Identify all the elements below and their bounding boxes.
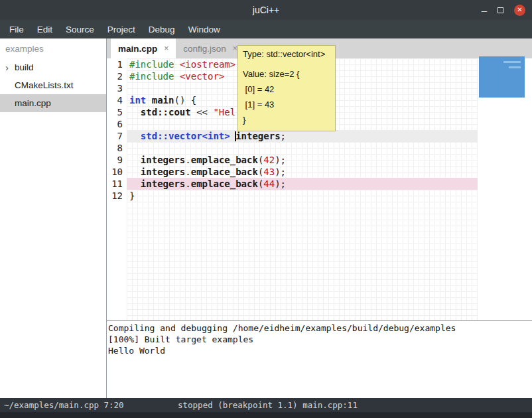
code-token: . (185, 178, 190, 189)
code-token: integers (141, 167, 185, 177)
line-number[interactable]: 8 (107, 142, 123, 154)
status-debug-state: stopped (breakpoint 1.1) main.cpp:11 (178, 400, 358, 410)
line-number[interactable]: 10 (107, 166, 123, 178)
scroll-overview (478, 58, 532, 320)
tooltip-type-line: Type: std::vector<int> (243, 48, 330, 60)
code-token (129, 131, 141, 141)
file-tree-sidebar: examples › build CMakeLists.txt main.cpp (0, 38, 107, 398)
terminal-line: [100%] Built target examples (108, 334, 531, 345)
window-title: juCi++ (253, 5, 279, 15)
code-line-9[interactable]: integers.emplace_back(42); (127, 154, 478, 166)
code-token: emplace_back (191, 178, 258, 189)
code-token: <iostream> (180, 59, 235, 70)
code-line-12[interactable]: } (127, 190, 478, 202)
menu-project[interactable]: Project (101, 25, 142, 35)
line-number[interactable]: 9 (107, 154, 123, 166)
code-token: ); (275, 155, 286, 165)
project-folder-header: examples (0, 38, 106, 58)
code-token (129, 107, 141, 117)
code-token: () { (174, 95, 196, 105)
code-token: integers (235, 131, 280, 141)
tree-item-label: CMakeLists.txt (15, 80, 74, 90)
tree-item-label: main.cpp (15, 98, 51, 108)
code-token: ); (275, 178, 286, 189)
code-token: main (152, 95, 174, 105)
menu-source[interactable]: Source (59, 25, 101, 35)
code-line-10[interactable]: integers.emplace_back(43); (127, 166, 478, 178)
window-bottom-edge (0, 412, 532, 418)
line-number[interactable]: 12 (107, 190, 123, 202)
code-token: <vector> (180, 71, 224, 82)
code-token (129, 167, 141, 177)
line-number[interactable]: 1 (107, 58, 123, 70)
line-number[interactable]: 7 (107, 130, 123, 142)
terminal-output[interactable]: Compiling and debugging /home/eidheim/ex… (107, 320, 532, 398)
code-token: << (191, 107, 214, 117)
code-token: emplace_back (191, 167, 258, 177)
code-token (129, 178, 141, 189)
code-token: integers (141, 178, 185, 189)
code-token (174, 59, 179, 70)
tooltip-value-line: Value: size=2 { (243, 66, 330, 82)
code-token: int (129, 95, 146, 105)
code-line-7[interactable]: std::vector<int> integers; (127, 130, 478, 142)
line-number[interactable]: 11 (107, 178, 123, 190)
menu-file[interactable]: File (3, 25, 31, 35)
code-token: 44 (263, 178, 275, 189)
code-token (146, 95, 151, 105)
tab-main-cpp[interactable]: main.cpp × (111, 38, 176, 58)
code-token: #include (129, 59, 174, 70)
code-token: std::vector<int> (141, 131, 230, 141)
line-number[interactable]: 5 (107, 106, 123, 118)
tree-item-label: build (15, 62, 34, 72)
line-number[interactable]: 2 (107, 70, 123, 82)
tab-close-icon[interactable]: × (233, 44, 237, 53)
line-number-gutter[interactable]: 123456789101112 (107, 58, 127, 320)
code-token (174, 71, 179, 82)
tab-label: config.json (183, 44, 226, 54)
tree-item-main-cpp[interactable]: main.cpp (0, 94, 106, 112)
line-number[interactable]: 4 (107, 94, 123, 106)
code-token: 43 (263, 167, 275, 177)
code-token (129, 155, 141, 165)
close-icon: ✕ (517, 7, 522, 13)
code-token: std::cout (141, 107, 191, 117)
tooltip-value: Value: size=2 { [0] = 42 [1] = 43} (243, 66, 330, 127)
statusbar: ~/examples/main.cpp 7:20 stopped (breakp… (0, 398, 532, 412)
line-number[interactable]: 6 (107, 118, 123, 130)
line-number[interactable]: 3 (107, 82, 123, 94)
overview-highlight-line (503, 61, 521, 63)
code-token: integers (141, 155, 185, 165)
terminal-line: Hello World (108, 345, 531, 356)
minimize-button[interactable]: – (482, 5, 487, 15)
menu-debug[interactable]: Debug (142, 25, 182, 35)
debug-value-tooltip: Type: std::vector<int> Value: size=2 { [… (237, 45, 336, 131)
menu-window[interactable]: Window (182, 25, 227, 35)
menu-edit[interactable]: Edit (31, 25, 59, 35)
tab-close-icon[interactable]: × (164, 44, 168, 53)
chevron-right-icon[interactable]: › (5, 62, 15, 72)
tab-config-json[interactable]: config.json × (176, 38, 245, 58)
code-line-11[interactable]: integers.emplace_back(44); (127, 178, 478, 190)
scrollbar-thumb[interactable] (479, 56, 525, 98)
overview-highlight-line (509, 66, 521, 68)
tree-item-cmakelists[interactable]: CMakeLists.txt (0, 76, 106, 94)
tooltip-value-line: [0] = 42 (243, 82, 330, 97)
code-token: . (185, 167, 190, 177)
code-token: ; (281, 131, 286, 141)
tooltip-value-line: } (243, 112, 330, 127)
tab-label: main.cpp (118, 44, 157, 54)
code-token: ); (275, 167, 286, 177)
terminal-line: Compiling and debugging /home/eidheim/ex… (108, 322, 531, 334)
maximize-button[interactable] (498, 7, 503, 13)
code-line-8[interactable] (127, 142, 478, 154)
code-token: emplace_back (191, 155, 258, 165)
status-file-position: ~/examples/main.cpp 7:20 (4, 400, 124, 410)
tree-item-build[interactable]: › build (0, 58, 106, 76)
close-button[interactable]: ✕ (514, 5, 525, 16)
tooltip-value-line: [1] = 43 (243, 97, 330, 112)
window-controls: – ✕ (482, 0, 525, 20)
code-token: #include (129, 71, 174, 82)
code-token: . (185, 155, 190, 165)
code-token: "Hel (213, 107, 235, 117)
